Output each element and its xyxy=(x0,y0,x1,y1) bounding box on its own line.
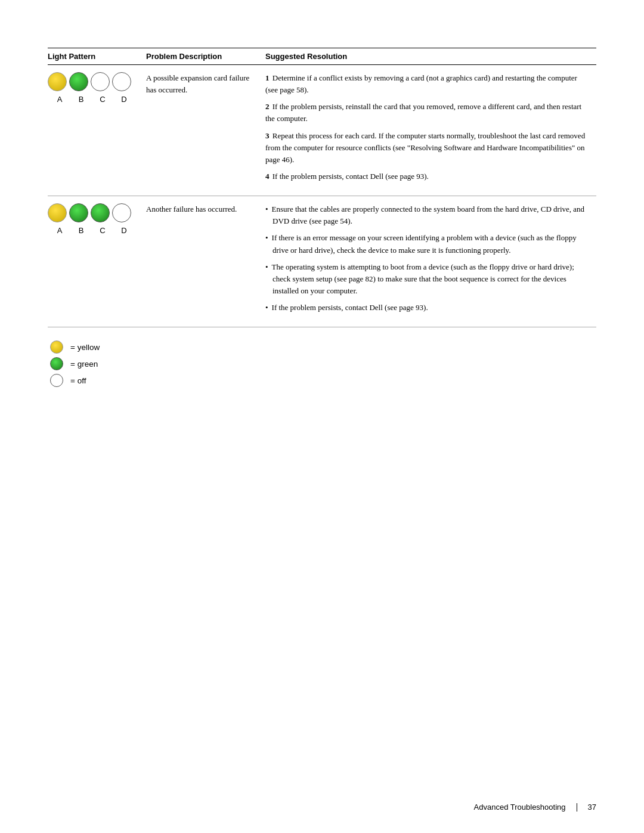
problem-description-cell: A possible expansion card failure has oc… xyxy=(146,65,265,196)
light-indicator-green xyxy=(69,203,88,222)
legend-label: = off xyxy=(70,376,86,385)
problem-description-cell: Another failure has occurred. xyxy=(146,196,265,327)
numbered-resolution-list: 1 Determine if a conflict exists by remo… xyxy=(265,72,588,182)
col-header-light-pattern: Light Pattern xyxy=(48,48,146,65)
resolution-item: Ensure that the cables are properly conn… xyxy=(265,203,588,227)
legend-label: = yellow xyxy=(70,343,100,352)
light-indicator-off xyxy=(112,203,131,222)
col-header-problem: Problem Description xyxy=(146,48,265,65)
bullet-resolution-list: Ensure that the cables are properly conn… xyxy=(265,203,588,314)
resolution-item: The operating system is attempting to bo… xyxy=(265,261,588,297)
lights-row xyxy=(48,72,138,91)
resolution-number: 2 xyxy=(265,102,270,111)
footer-page: 37 xyxy=(588,803,596,812)
abcd-letter: C xyxy=(92,94,113,106)
abcd-letter: D xyxy=(113,225,135,237)
resolution-number: 4 xyxy=(265,172,270,181)
light-pattern-cell: ABCD xyxy=(48,65,146,196)
resolution-item: 4 If the problem persists, contact Dell … xyxy=(265,171,588,182)
resolution-number: 3 xyxy=(265,131,270,140)
abcd-letter: D xyxy=(113,94,135,106)
resolution-cell: Ensure that the cables are properly conn… xyxy=(265,196,596,327)
light-indicator-green xyxy=(91,203,110,222)
light-indicator-green xyxy=(69,72,88,91)
main-table: Light Pattern Problem Description Sugges… xyxy=(48,48,596,327)
light-indicator-yellow xyxy=(48,72,67,91)
resolution-item: If the problem persists, contact Dell (s… xyxy=(265,302,588,314)
light-indicator-off xyxy=(112,72,131,91)
resolution-item: 3 Repeat this process for each card. If … xyxy=(265,130,588,166)
abcd-letter: C xyxy=(92,225,113,237)
abcd-labels: ABCD xyxy=(48,225,138,237)
legend-item: = green xyxy=(50,357,596,370)
legend-label: = green xyxy=(70,360,98,368)
abcd-letter: A xyxy=(49,94,70,106)
footer-divider xyxy=(577,803,577,812)
abcd-letter: B xyxy=(70,225,92,237)
legend-light-green xyxy=(50,357,63,370)
light-indicator-yellow xyxy=(48,203,67,222)
legend-light-yellow xyxy=(50,340,63,354)
legend: = yellow= green= off xyxy=(50,340,596,387)
page-footer: Advanced Troubleshooting 37 xyxy=(474,803,596,812)
abcd-labels: ABCD xyxy=(48,94,138,106)
col-header-resolution: Suggested Resolution xyxy=(265,48,596,65)
table-row: ABCDA possible expansion card failure ha… xyxy=(48,65,596,196)
lights-row xyxy=(48,203,138,222)
resolution-item: If there is an error message on your scr… xyxy=(265,232,588,256)
page-container: Light Pattern Problem Description Sugges… xyxy=(0,0,644,833)
legend-light-off xyxy=(50,374,63,387)
light-indicator-off xyxy=(91,72,110,91)
table-row: ABCDAnother failure has occurred.Ensure … xyxy=(48,196,596,327)
footer-text: Advanced Troubleshooting xyxy=(474,803,566,812)
resolution-item: 1 Determine if a conflict exists by remo… xyxy=(265,72,588,96)
resolution-cell: 1 Determine if a conflict exists by remo… xyxy=(265,65,596,196)
resolution-number: 1 xyxy=(265,73,270,82)
abcd-letter: B xyxy=(70,94,92,106)
legend-item: = off xyxy=(50,374,596,387)
abcd-letter: A xyxy=(49,225,70,237)
resolution-item: 2 If the problem persists, reinstall the… xyxy=(265,101,588,125)
legend-item: = yellow xyxy=(50,340,596,354)
light-pattern-cell: ABCD xyxy=(48,196,146,327)
